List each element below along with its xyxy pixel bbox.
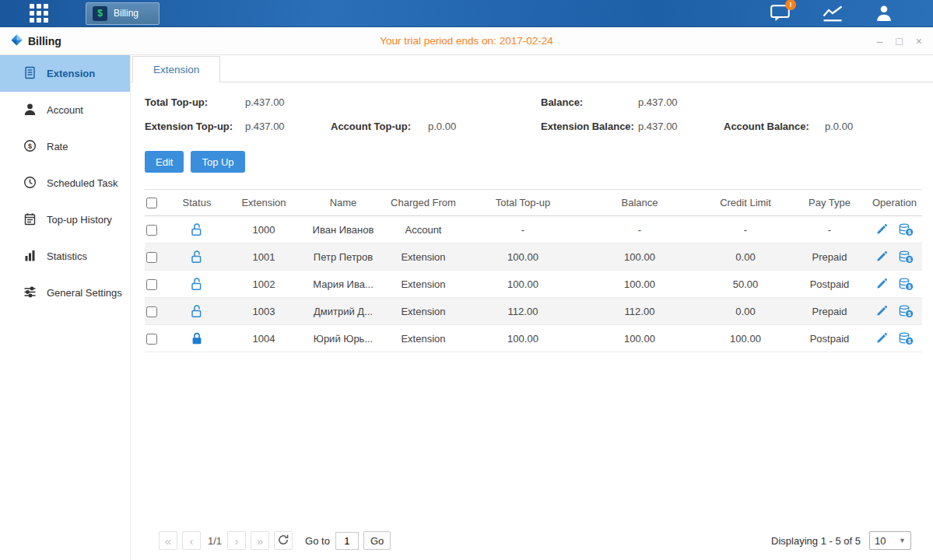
credit-limit-cell: 0.00 (699, 298, 792, 325)
topup-icon[interactable]: $ (899, 304, 914, 317)
edit-icon[interactable] (875, 222, 888, 236)
notification-badge: ! (785, 0, 796, 10)
billing-app-icon (11, 34, 23, 48)
extension-icon (23, 66, 37, 82)
topbar: $ Billing ! (0, 0, 933, 27)
rate-icon: $ (23, 139, 37, 155)
lock-open-icon (191, 277, 203, 289)
charged-from-cell: Account (381, 216, 465, 243)
topup-icon[interactable]: $ (899, 331, 914, 345)
column-header-name: Name (305, 190, 381, 216)
titlebar: Billing Your trial period ends on: 2017-… (0, 27, 933, 55)
credit-limit-cell: 0.00 (699, 243, 792, 271)
refresh-button[interactable] (274, 531, 293, 550)
user-icon[interactable] (875, 5, 893, 22)
sliders-icon (23, 285, 37, 301)
topup-icon[interactable]: $ (899, 277, 914, 290)
row-checkbox[interactable] (146, 252, 157, 263)
sidebar-item-extension[interactable]: Extension (0, 55, 130, 92)
sidebar-item-label: Account (47, 104, 83, 116)
edit-icon[interactable] (875, 331, 888, 345)
sidebar-item-topup-history[interactable]: Top-up History (0, 201, 130, 238)
svg-text:$: $ (908, 257, 911, 263)
extension-cell: 1001 (223, 243, 305, 271)
credit-limit-cell: - (699, 216, 792, 243)
column-header-status: Status (171, 190, 223, 216)
chat-icon[interactable]: ! (770, 5, 790, 22)
goto-page-input[interactable] (335, 532, 359, 550)
go-button[interactable]: Go (363, 531, 391, 550)
sidebar-item-scheduled-task[interactable]: Scheduled Task (0, 165, 130, 201)
clock-icon (23, 176, 37, 191)
row-checkbox[interactable] (146, 225, 157, 236)
extension-panel: Total Top-up: p.437.00 Balance: p.437.00… (131, 82, 933, 560)
total-topup-cell: 112.00 (465, 298, 580, 325)
sidebar-item-general-settings[interactable]: General Settings (0, 275, 130, 311)
tab-extension[interactable]: Extension (132, 56, 220, 82)
balance-cell: 100.00 (580, 271, 699, 298)
minimize-icon[interactable]: – (877, 36, 883, 47)
table-body: 1000Иван ИвановAccount----$1001Петр Петр… (145, 216, 922, 352)
credit-limit-cell: 50.00 (699, 271, 792, 298)
sidebar-item-rate[interactable]: $ Rate (0, 128, 130, 165)
last-page-button[interactable]: » (251, 531, 269, 550)
edit-icon[interactable] (875, 304, 888, 317)
sidebar-item-label: Scheduled Task (47, 177, 118, 189)
workspace: Extension Account $ Rate Scheduled Task (0, 55, 933, 560)
displaying-text: Displaying 1 - 5 of 5 (771, 535, 861, 547)
billing-taskbar-tab[interactable]: $ Billing (86, 2, 160, 25)
bar-chart-icon (23, 249, 37, 264)
pay-type-cell: Postpaid (792, 325, 867, 352)
edit-icon[interactable] (875, 277, 888, 290)
select-all-checkbox[interactable] (146, 198, 157, 208)
refresh-icon (278, 534, 289, 548)
page-indicator: 1/1 (208, 535, 222, 547)
edit-button[interactable]: Edit (145, 151, 184, 173)
column-header-total-top-up: Total Top-up (465, 190, 580, 216)
row-checkbox[interactable] (146, 279, 157, 290)
apps-grid-icon[interactable] (30, 4, 48, 23)
page-size-value: 10 (875, 535, 886, 547)
extension-topup-label: Extension Top-up: (145, 114, 245, 138)
close-icon[interactable]: × (916, 36, 922, 47)
sidebar-item-label: Extension (47, 68, 95, 79)
account-topup-label: Account Top-up: (331, 114, 428, 138)
row-checkbox[interactable] (146, 306, 157, 317)
svg-text:$: $ (908, 338, 911, 345)
name-cell: Мария Ива... (305, 271, 381, 298)
pay-type-cell: - (792, 216, 867, 243)
svg-text:$: $ (908, 311, 911, 317)
action-buttons: Edit Top Up (145, 151, 922, 173)
balance-cell: 100.00 (580, 243, 699, 271)
next-page-button[interactable]: › (227, 531, 246, 550)
lock-open-icon (191, 222, 203, 234)
balance-cell: - (580, 216, 699, 243)
prev-page-button[interactable]: ‹ (182, 531, 201, 550)
next-page-icon: › (235, 535, 239, 547)
topup-icon[interactable]: $ (899, 250, 914, 263)
sidebar-item-account[interactable]: Account (0, 92, 130, 128)
extension-table: StatusExtensionNameCharged FromTotal Top… (145, 189, 922, 352)
sidebar-item-statistics[interactable]: Statistics (0, 238, 130, 275)
edit-icon[interactable] (875, 250, 888, 263)
pagination-bar: « ‹ 1/1 › » Go to Go Displaying 1 - 5 of… (145, 531, 922, 560)
pay-type-cell: Prepaid (792, 243, 867, 271)
page-size-select[interactable]: 10 ▼ (869, 531, 911, 550)
total-topup-value: p.437.00 (245, 90, 331, 114)
billing-taskbar-tab-label: Billing (114, 8, 139, 19)
row-checkbox[interactable] (146, 334, 157, 345)
extension-cell: 1002 (223, 271, 305, 298)
table-row-1000: 1000Иван ИвановAccount----$ (145, 216, 922, 243)
pagination-right: Displaying 1 - 5 of 5 10 ▼ (771, 531, 911, 550)
topup-icon[interactable]: $ (899, 222, 914, 236)
top-up-button[interactable]: Top Up (191, 151, 244, 173)
charged-from-cell: Extension (381, 325, 465, 352)
name-cell: Петр Петров (305, 243, 381, 271)
first-page-button[interactable]: « (159, 531, 177, 550)
page-title: Billing (28, 35, 61, 47)
maximize-icon[interactable]: □ (896, 36, 902, 47)
chart-icon[interactable] (823, 5, 843, 22)
account-icon (23, 103, 37, 118)
table-header-row: StatusExtensionNameCharged FromTotal Top… (145, 190, 922, 216)
account-balance-label: Account Balance: (724, 114, 825, 138)
